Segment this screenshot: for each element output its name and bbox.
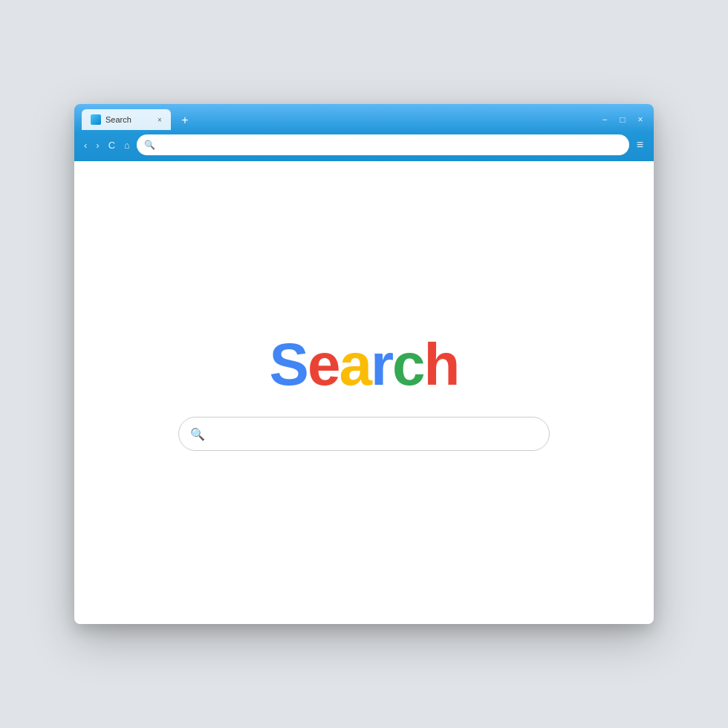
address-bar-search-icon: 🔍 bbox=[144, 140, 155, 150]
logo-letter-e: e bbox=[308, 331, 339, 397]
home-button[interactable]: ⌂ bbox=[122, 138, 132, 152]
search-logo: Search bbox=[270, 335, 459, 394]
window-controls: − □ × bbox=[599, 114, 646, 126]
new-tab-button[interactable]: + bbox=[175, 111, 195, 130]
logo-letter-c: c bbox=[392, 331, 424, 397]
reload-button[interactable]: C bbox=[106, 138, 117, 152]
menu-button[interactable]: ≡ bbox=[634, 137, 646, 153]
tabs-area: Search × + bbox=[82, 109, 195, 130]
logo-letter-a: a bbox=[339, 331, 371, 397]
logo-letter-S: S bbox=[270, 331, 308, 397]
forward-button[interactable]: › bbox=[94, 138, 101, 152]
address-bar-container: 🔍 bbox=[137, 134, 629, 155]
tab-label: Search bbox=[105, 115, 131, 124]
tab-favicon bbox=[91, 114, 101, 125]
browser-chrome: Search × + − □ × ‹ › C ⌂ 🔍 ≡ bbox=[74, 104, 654, 161]
tab-close-button[interactable]: × bbox=[155, 114, 165, 125]
browser-content: Search 🔍 bbox=[74, 161, 654, 624]
search-input[interactable] bbox=[178, 417, 550, 451]
logo-letter-h: h bbox=[424, 331, 459, 397]
browser-window: Search × + − □ × ‹ › C ⌂ 🔍 ≡ bbox=[74, 104, 654, 624]
browser-tab[interactable]: Search × bbox=[82, 109, 171, 130]
nav-bar: ‹ › C ⌂ 🔍 ≡ bbox=[74, 131, 654, 161]
minimize-button[interactable]: − bbox=[599, 114, 611, 126]
back-button[interactable]: ‹ bbox=[82, 138, 89, 152]
close-button[interactable]: × bbox=[634, 114, 646, 126]
address-bar-input[interactable] bbox=[160, 140, 622, 150]
title-bar: Search × + − □ × bbox=[74, 104, 654, 131]
logo-letter-r: r bbox=[371, 331, 392, 397]
maximize-button[interactable]: □ bbox=[617, 114, 628, 126]
search-box-container: 🔍 bbox=[178, 417, 550, 451]
